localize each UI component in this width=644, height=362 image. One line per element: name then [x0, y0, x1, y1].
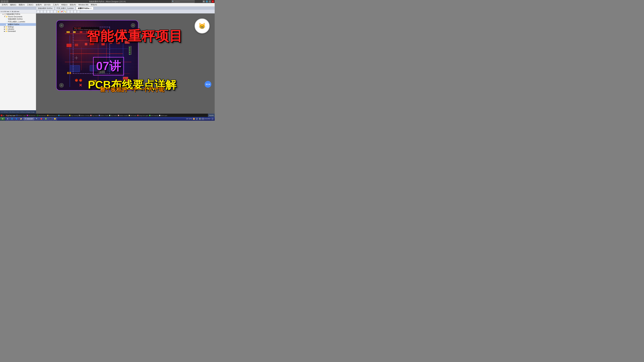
close-button[interactable]: ✕	[212, 0, 214, 3]
menu-report[interactable]: 报告(R)	[69, 3, 77, 6]
select-icon[interactable]: □	[50, 10, 53, 13]
tab-schematic[interactable]: 智能体重秤.SchDoc	[36, 7, 54, 10]
mech15-label: Mechanical 15	[60, 115, 68, 116]
layer-chip-bottomoverlay[interactable]: Bottom Overlay	[79, 115, 90, 116]
menu-file[interactable]: 文件(F)	[1, 3, 9, 6]
taskbar-app-ie[interactable]: 🌐	[10, 117, 14, 120]
title-search-box[interactable]: 🔍	[172, 0, 194, 3]
keepout-color	[137, 115, 138, 116]
pencil-icon[interactable]: ✏	[77, 10, 80, 13]
taskbar-icon-search: 🔍	[36, 118, 38, 120]
taskbar-app-8[interactable]: ⚫	[48, 117, 52, 120]
add-icon[interactable]: +	[40, 10, 43, 13]
bar-icon[interactable]: ▦	[47, 10, 50, 13]
menu-tools[interactable]: 工具(T)	[52, 3, 60, 6]
layer-chip-drilldrawing[interactable]: Drill Drawing	[149, 115, 158, 116]
mascot-emoji: 😸	[198, 23, 206, 29]
start-button[interactable]: ⊞	[0, 117, 5, 120]
menu-window[interactable]: Window (W)	[77, 3, 90, 6]
hand-icon[interactable]: ✋	[57, 10, 60, 13]
menu-bar: 文件(F) 编辑(E) 视图(V) 工程(C) 放置(P) 设计(D) 工具(T…	[0, 3, 215, 6]
taskbar-app-9[interactable]: 🟡	[53, 117, 57, 120]
tree-label-project: 智能体重秤.PrjPcb	[6, 13, 20, 15]
title-search-input[interactable]	[174, 1, 194, 2]
menu-route[interactable]: 布线(U)	[60, 3, 68, 6]
timer-badge: 02:14	[204, 81, 211, 88]
box-icon[interactable]: ▭	[67, 10, 70, 13]
layer-chip-toppaste[interactable]: Top Paste	[90, 115, 98, 116]
taskbar-icon-ie: 🌐	[11, 118, 13, 120]
filter-icon[interactable]: ▼	[37, 10, 40, 13]
settings-icon[interactable]: ⚙	[202, 0, 205, 3]
tray-network-icon[interactable]: 📶	[193, 118, 195, 120]
tab-bar: 智能体重秤.SchDoc PCB_体重计_1.pcbdoc 体重秤.PcbDoc…	[0, 6, 215, 10]
layer-chip-topsolder[interactable]: Top Solder	[109, 115, 117, 116]
taskbar-app-6[interactable]: 🔴	[39, 117, 44, 120]
tray-clock[interactable]: 20:25	[202, 118, 204, 120]
menu-project[interactable]: 工程(C)	[26, 3, 34, 6]
tree-arrow-libraries: ▶	[4, 28, 5, 30]
wire-icon[interactable]: 〰	[44, 10, 46, 13]
tree-item-schdoc[interactable]: 📄 智能体重秤.SchDoc	[0, 18, 36, 20]
bottomoverlay-label: Bottom Overlay	[80, 115, 90, 116]
tab-pcb2[interactable]: 体重秤.PcbDoc ✕	[76, 7, 94, 10]
taskbar-app-7[interactable]: 🟢	[44, 117, 48, 120]
measure-icon[interactable]: 📏	[64, 10, 66, 13]
panels-button[interactable]: Panels	[208, 114, 215, 117]
layer-chip-bottompaste[interactable]: Bottom Paste	[98, 115, 108, 116]
layer-chip-mech6[interactable]: Mechanical 6	[37, 115, 46, 116]
layer-chip-mech1[interactable]: Mechanical 1	[27, 115, 36, 116]
tree-item-libraries[interactable]: ▶ 📁 Libraries	[0, 28, 36, 30]
layer-chip-drillguide[interactable]: Drill Guide	[129, 115, 136, 116]
pin-icon[interactable]: 📌	[60, 10, 63, 13]
tray-volume-icon[interactable]: 🔊	[196, 118, 198, 120]
layer-chip-keepout[interactable]: Keep-Out Layer	[137, 115, 148, 116]
maximize-button[interactable]: □	[209, 0, 211, 3]
canvas-area[interactable]: Top Layer Snap: 0.025mm Hotspot Snap: 0.…	[36, 13, 215, 114]
tree-item-source-docs[interactable]: ▼ 📁 Source Documents	[0, 15, 36, 18]
taskbar-app-files[interactable]: 📁	[19, 117, 23, 120]
tray-lang: CH	[186, 118, 188, 120]
taskbar-icon-altium: ⚙	[25, 118, 26, 120]
taskbar-app-search[interactable]: 🔍	[35, 117, 39, 120]
tray-show-desktop[interactable]: □	[211, 118, 214, 120]
tree-item-pcb1[interactable]: 📄 PCB_体重计_1.pcbdoc	[0, 20, 36, 23]
tree-item-settings[interactable]: ▶ 📁 Settings	[0, 26, 36, 28]
taskbar-app-altium[interactable]: ⚙ 智能体重秤	[24, 117, 34, 120]
layer-chip-mech13[interactable]: Mechanical 13	[47, 115, 58, 116]
tree-item-pcb2[interactable]: 📄 体重秤.PcbDoc	[0, 23, 36, 26]
tray-battery-icon[interactable]: 🔋	[199, 118, 201, 120]
tray-date: 2024/6/2	[205, 118, 211, 120]
cursor-crosshair	[75, 56, 78, 59]
menu-help[interactable]: 帮助(H)	[90, 3, 98, 6]
drilldrawing-label: Drill Drawing	[151, 115, 158, 116]
tab-close-icon[interactable]: ✕	[90, 7, 92, 9]
project-icon: 📋	[4, 13, 6, 15]
layer-chip-bottomsolder[interactable]: Bottom Solder	[118, 115, 128, 116]
ls-indicator: LS	[1, 115, 4, 116]
cut-icon[interactable]: ✂	[54, 10, 56, 13]
taskbar-icon-6: 🔴	[40, 118, 42, 120]
tab-schematic-label: 智能体重秤.SchDoc	[38, 7, 53, 9]
layer-chip-mech15[interactable]: Mechanical 15	[58, 115, 68, 116]
tab-pcb1[interactable]: PCB_体重计_1.pcbdoc	[55, 7, 76, 10]
taskbar-app-chrome[interactable]: 🔵	[14, 117, 18, 120]
menu-edit[interactable]: 编辑(E)	[9, 3, 17, 6]
menu-view[interactable]: 视图(V)	[18, 3, 26, 6]
taskbar-app-1[interactable]: 🖥	[6, 117, 10, 120]
layer-chip-topoverlay[interactable]: Top Overlay	[69, 115, 78, 116]
layer-chip-toplayer[interactable]: [1] Top Layer	[6, 115, 16, 116]
comp-icon[interactable]: ⬚	[70, 10, 73, 13]
bottomsolder-label: Bottom Solder	[120, 115, 128, 116]
layer-chip-bottomlayer[interactable]: Bottom Layer	[16, 115, 26, 116]
mech13-color	[47, 115, 48, 116]
layer-chip-multilayer[interactable]: Multi-Layer	[159, 115, 167, 116]
titlebar-left	[1, 0, 8, 3]
tree-item-generated[interactable]: ▶ 📁 Generated	[0, 30, 36, 32]
text-icon[interactable]: A	[74, 10, 77, 13]
menu-design[interactable]: 设计(D)	[43, 3, 51, 6]
menu-place[interactable]: 放置(P)	[35, 3, 43, 6]
minimize-icon[interactable]: 🌐	[206, 0, 208, 3]
mech15-color	[58, 115, 60, 116]
svg-point-56	[129, 52, 130, 53]
